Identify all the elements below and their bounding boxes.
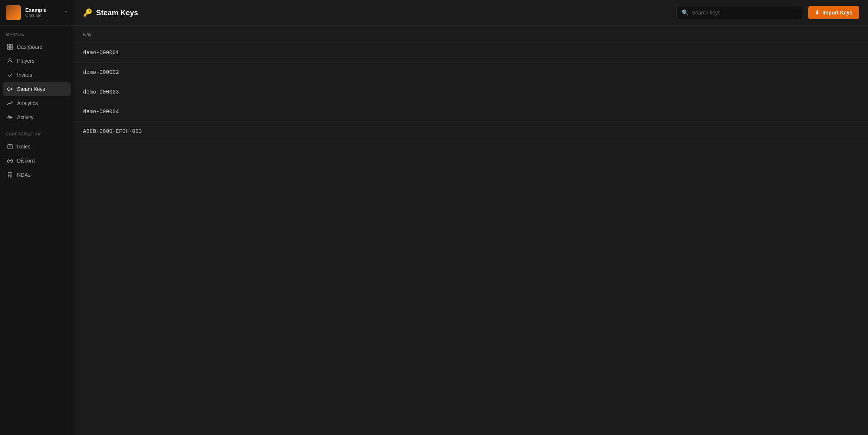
roles-icon (7, 143, 13, 150)
sidebar-label-activity: Activity (17, 114, 33, 120)
sidebar-item-activity[interactable]: Activity (3, 111, 71, 124)
sidebar-label-steam-keys: Steam Keys (17, 86, 45, 92)
table-row[interactable]: demo-000002 (74, 63, 868, 82)
table-row[interactable]: demo-000003 (74, 82, 868, 102)
sidebar-label-analytics: Analytics (17, 100, 38, 106)
app-switcher[interactable]: Example Casuals ⌃ (0, 0, 74, 26)
import-icon: ⬇ (815, 10, 819, 16)
app-logo (6, 5, 21, 20)
sidebar-item-analytics[interactable]: Analytics (3, 97, 71, 110)
svg-rect-1 (10, 44, 13, 46)
search-icon: 🔍 (682, 9, 689, 16)
sidebar-label-players: Players (17, 58, 34, 64)
analytics-icon (7, 100, 13, 107)
invites-icon (7, 72, 13, 78)
table-header-row: Key (74, 26, 868, 43)
dashboard-icon (7, 43, 13, 50)
table-body: demo-000001demo-000002demo-000003demo-00… (74, 43, 868, 141)
sidebar-item-roles[interactable]: Roles (3, 140, 71, 153)
svg-point-4 (9, 59, 11, 61)
sidebar-label-dashboard: Dashboard (17, 44, 43, 50)
sidebar-label-roles: Roles (17, 144, 30, 150)
sidebar-label-invites: Invites (17, 72, 32, 78)
sidebar-item-invites[interactable]: Invites (3, 68, 71, 82)
main-header: 🔑 Steam Keys 🔍 ⬇ Import Keys (74, 0, 868, 26)
page-title-text: Steam Keys (96, 9, 138, 17)
app-title-group: Example Casuals (25, 7, 60, 18)
page-title: 🔑 Steam Keys (83, 8, 670, 17)
key-value: demo-000002 (83, 69, 119, 75)
keys-table: Key demo-000001demo-000002demo-000003dem… (74, 26, 868, 435)
config-section-label: CONFIGURATION (0, 125, 74, 138)
import-label: Import Keys (822, 10, 852, 16)
svg-rect-0 (7, 44, 10, 46)
manage-nav: Dashboard Players Invites Steam Keys Ana… (0, 39, 74, 125)
search-input[interactable] (692, 10, 797, 16)
svg-rect-6 (8, 144, 12, 149)
config-nav: Roles Discord NDAs (0, 138, 74, 183)
sidebar-label-ndas: NDAs (17, 172, 31, 178)
activity-icon (7, 114, 13, 121)
app-subtitle: Casuals (25, 13, 60, 18)
steam-keys-icon (7, 86, 13, 92)
sidebar-item-players[interactable]: Players (3, 54, 71, 68)
key-value: demo-000003 (83, 89, 119, 95)
svg-rect-3 (10, 47, 13, 49)
search-bar[interactable]: 🔍 (676, 6, 802, 19)
sidebar-item-discord[interactable]: Discord (3, 154, 71, 167)
import-keys-button[interactable]: ⬇ Import Keys (808, 6, 859, 19)
sidebar: Example Casuals ⌃ MANAGE Dashboard Playe… (0, 0, 74, 435)
ndas-icon (7, 171, 13, 178)
chevron-icon: ⌃ (64, 10, 68, 15)
page-title-icon: 🔑 (83, 8, 92, 17)
key-value: demo-000004 (83, 109, 119, 115)
key-value: ABCD-0000-EFGH-003 (83, 128, 142, 134)
app-name: Example (25, 7, 60, 13)
sidebar-item-dashboard[interactable]: Dashboard (3, 40, 71, 53)
sidebar-item-steam-keys[interactable]: Steam Keys (3, 82, 71, 96)
sidebar-item-ndas[interactable]: NDAs (3, 168, 71, 181)
sidebar-label-discord: Discord (17, 158, 34, 164)
discord-icon (7, 157, 13, 164)
table-row[interactable]: demo-000004 (74, 102, 868, 122)
main-content: 🔑 Steam Keys 🔍 ⬇ Import Keys Key demo-00… (74, 0, 868, 435)
table-row[interactable]: demo-000001 (74, 43, 868, 63)
manage-section-label: MANAGE (0, 26, 74, 39)
players-icon (7, 58, 13, 64)
table-row[interactable]: ABCD-0000-EFGH-003 (74, 122, 868, 141)
key-value: demo-000001 (83, 50, 119, 56)
key-column-header: Key (83, 32, 91, 37)
svg-rect-2 (7, 47, 10, 49)
